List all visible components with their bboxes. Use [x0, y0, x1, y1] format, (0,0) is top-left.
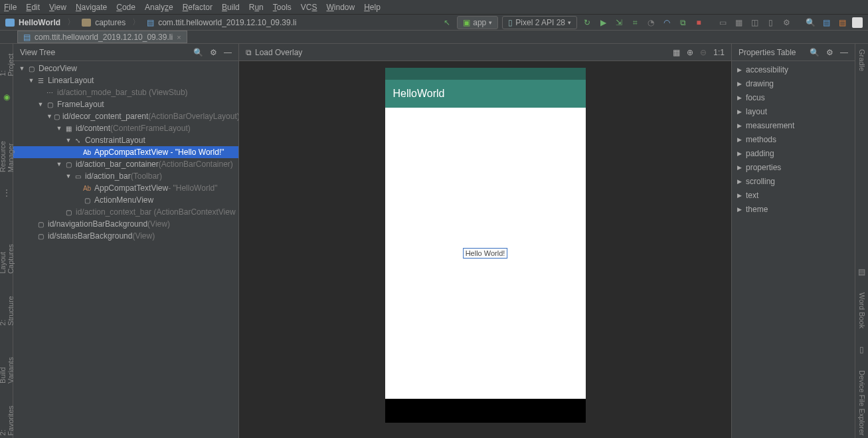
tree-twisty-icon[interactable]: ▼: [37, 101, 44, 108]
tree-row[interactable]: ▼▦id/content (ContentFrameLayout): [13, 122, 238, 134]
expand-icon[interactable]: ▶: [737, 164, 742, 171]
tree-twisty-icon[interactable]: ▼: [46, 113, 52, 120]
gutter-device-file[interactable]: Device File Explorer: [858, 368, 866, 438]
property-group[interactable]: ▶padding: [732, 146, 855, 160]
tree-twisty-icon[interactable]: ▼: [28, 77, 35, 84]
apply-icon[interactable]: ⇲: [613, 17, 625, 29]
tree-twisty-icon[interactable]: ▼: [56, 125, 62, 132]
tree-row[interactable]: ▢id/statusBarBackground (View): [13, 230, 238, 242]
stop-icon[interactable]: ■: [693, 17, 705, 29]
property-group[interactable]: ▶properties: [732, 160, 855, 174]
menu-navigate[interactable]: Navigate: [76, 3, 107, 12]
property-group[interactable]: ▶layout: [732, 104, 855, 118]
menu-run[interactable]: Run: [249, 3, 264, 12]
expand-icon[interactable]: ▶: [737, 178, 742, 185]
coverage-icon[interactable]: ◔: [645, 17, 657, 29]
tree-row[interactable]: ▼☰LinearLayout: [13, 74, 238, 86]
expand-icon[interactable]: ▶: [737, 122, 742, 129]
gutter-favorites[interactable]: 2: Favorites: [0, 399, 15, 438]
attach-icon[interactable]: ⧉: [677, 17, 689, 29]
gear-icon[interactable]: ⚙: [210, 48, 217, 57]
expand-icon[interactable]: ▶: [737, 136, 742, 143]
menu-edit[interactable]: Edit: [26, 3, 40, 12]
close-icon[interactable]: ×: [177, 33, 181, 41]
misc-icon[interactable]: ▤: [836, 17, 848, 29]
tree-twisty-icon[interactable]: ▼: [65, 173, 72, 179]
zoom-out-icon[interactable]: ⊖: [700, 48, 707, 57]
property-group[interactable]: ▶measurement: [732, 118, 855, 132]
tree-row[interactable]: ▼▢DecorView: [13, 62, 238, 74]
back-icon[interactable]: ↖: [441, 17, 453, 29]
profile-icon[interactable]: ◠: [661, 17, 673, 29]
search-icon[interactable]: 🔍: [810, 48, 820, 57]
sync-icon[interactable]: ↻: [581, 17, 593, 29]
crumb-project[interactable]: HelloWorld: [19, 18, 60, 27]
menu-refactor[interactable]: Refactor: [183, 3, 213, 12]
tree-twisty-icon[interactable]: ▼: [19, 65, 25, 72]
menu-analyze[interactable]: Analyze: [145, 3, 173, 12]
gutter-gradle[interactable]: Gradle: [858, 47, 866, 74]
gutter-project[interactable]: 1: Project: [0, 47, 15, 79]
property-group[interactable]: ▶focus: [732, 90, 855, 104]
settings-icon[interactable]: ⚙: [780, 17, 792, 29]
menu-code[interactable]: Code: [116, 3, 135, 12]
view-tree[interactable]: ▼▢DecorView▼☰LinearLayout⋯id/action_mode…: [13, 61, 238, 438]
tree-row[interactable]: AbAppCompatTextView - "Hello World!": [13, 146, 238, 158]
property-group[interactable]: ▶drawing: [732, 76, 855, 90]
translate-icon[interactable]: ▤: [820, 17, 832, 29]
menu-vcs[interactable]: VCS: [301, 3, 317, 12]
menu-file[interactable]: File: [4, 3, 17, 12]
tree-row[interactable]: ▼▢id/decor_content_parent (ActionBarOver…: [13, 110, 238, 122]
load-overlay-button[interactable]: ⧉ Load Overlay: [246, 48, 302, 57]
search-icon[interactable]: 🔍: [193, 48, 203, 57]
device-select[interactable]: ▯ Pixel 2 API 28 ▾: [502, 16, 577, 29]
expand-icon[interactable]: ▶: [737, 66, 742, 73]
more-icon[interactable]: ⋮: [2, 188, 11, 197]
tree-twisty-icon[interactable]: ▼: [65, 137, 72, 144]
menu-help[interactable]: Help: [364, 3, 381, 12]
zoom-in-icon[interactable]: ⊕: [687, 48, 693, 57]
run-icon[interactable]: ▶: [597, 17, 609, 29]
crumb-file[interactable]: com.ttit.helloworld_2019.12.10_09.39.li: [158, 18, 296, 27]
device-monitor-icon[interactable]: ▯: [764, 17, 776, 29]
sdk-icon[interactable]: ▦: [733, 17, 744, 29]
grid-icon[interactable]: ▦: [673, 48, 680, 57]
avatar-icon[interactable]: [852, 17, 863, 28]
gutter-variants[interactable]: Build Variants: [0, 342, 15, 386]
expand-icon[interactable]: ▶: [737, 94, 742, 101]
property-group[interactable]: ▶methods: [732, 132, 855, 146]
tree-row[interactable]: ▼⤡ConstraintLayout: [13, 134, 238, 146]
expand-icon[interactable]: ▶: [737, 80, 742, 87]
selected-textview[interactable]: Hello World!: [463, 248, 508, 259]
menu-view[interactable]: View: [49, 3, 66, 12]
gutter-captures[interactable]: Layout Captures: [0, 224, 15, 276]
property-group[interactable]: ▶theme: [732, 202, 855, 216]
tree-row[interactable]: ▢id/navigationBarBackground (View): [13, 218, 238, 230]
expand-icon[interactable]: ▶: [737, 206, 742, 213]
tree-row[interactable]: ▢ActionMenuView: [13, 194, 238, 206]
minimize-icon[interactable]: —: [224, 48, 232, 57]
property-group[interactable]: ▶text: [732, 188, 855, 202]
tree-row[interactable]: ▢id/action_context_bar (ActionBarContext…: [13, 206, 238, 218]
tree-row[interactable]: ▼▭id/action_bar (Toolbar): [13, 170, 238, 182]
menu-build[interactable]: Build: [222, 3, 240, 12]
expand-icon[interactable]: ▶: [737, 150, 742, 157]
tree-twisty-icon[interactable]: ▼: [56, 161, 62, 167]
tree-row[interactable]: ▼▢FrameLayout: [13, 98, 238, 110]
gutter-wordbook[interactable]: Word Book: [858, 290, 866, 331]
expand-icon[interactable]: ▶: [737, 108, 742, 115]
tree-row[interactable]: AbAppCompatTextView - "HelloWorld": [13, 182, 238, 194]
debug-icon[interactable]: ⌗: [629, 17, 641, 29]
android-icon[interactable]: ◉: [2, 92, 11, 102]
layout-inspector-icon[interactable]: ◫: [748, 17, 760, 29]
minimize-icon[interactable]: —: [840, 48, 848, 57]
zoom-reset[interactable]: 1:1: [713, 48, 725, 57]
tree-row[interactable]: ⋯id/action_mode_bar_stub (ViewStub): [13, 86, 238, 98]
search-icon[interactable]: 🔍: [804, 17, 816, 29]
preview-canvas[interactable]: HelloWorld Hello World!: [239, 61, 731, 438]
expand-icon[interactable]: ▶: [737, 192, 742, 199]
gutter-structure[interactable]: 2: Structure: [0, 290, 15, 328]
editor-tab[interactable]: ▤ com.ttit.helloworld_2019.12.10_09.39.l…: [17, 31, 187, 43]
gear-icon[interactable]: ⚙: [826, 48, 833, 57]
crumb-folder[interactable]: captures: [95, 18, 126, 27]
